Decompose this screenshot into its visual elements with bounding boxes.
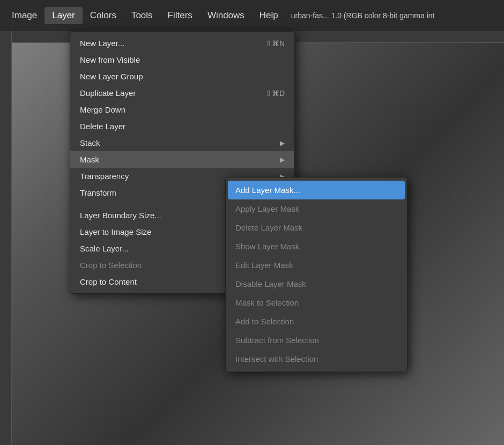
submenu-add-layer-mask[interactable]: Add Layer Mask... xyxy=(228,181,405,199)
menu-tools[interactable]: Tools xyxy=(124,7,160,24)
submenu-show-layer-mask: Show Layer Mask xyxy=(226,237,407,256)
window-title: urban-fas... 1.0 (RGB color 8-bit gamma … xyxy=(291,11,435,20)
menu-filters[interactable]: Filters xyxy=(160,7,200,24)
menu-stack[interactable]: Stack ▶ xyxy=(70,135,294,151)
menu-delete-layer[interactable]: Delete Layer xyxy=(70,118,294,135)
menu-help[interactable]: Help xyxy=(252,7,286,24)
menu-new-from-visible[interactable]: New from Visible xyxy=(70,51,294,68)
menu-new-layer-group[interactable]: New Layer Group xyxy=(70,68,294,85)
mask-submenu: Add Layer Mask... Apply Layer Mask Delet… xyxy=(225,177,407,372)
submenu-mask-to-selection: Mask to Selection xyxy=(226,293,407,312)
submenu-disable-layer-mask: Disable Layer Mask xyxy=(226,275,407,293)
menu-mask[interactable]: Mask ▶ xyxy=(70,151,294,168)
menubar: Image Layer Colors Tools Filters Windows… xyxy=(0,0,504,31)
submenu-edit-layer-mask: Edit Layer Mask xyxy=(226,256,407,275)
submenu-apply-layer-mask: Apply Layer Mask xyxy=(226,199,407,218)
menu-merge-down[interactable]: Merge Down xyxy=(70,101,294,118)
menu-windows[interactable]: Windows xyxy=(200,7,252,24)
submenu-intersect-with-selection: Intersect with Selection xyxy=(226,350,407,368)
stack-arrow-icon: ▶ xyxy=(280,139,285,147)
menu-image[interactable]: Image xyxy=(4,7,45,24)
submenu-subtract-from-selection: Subtract from Selection xyxy=(226,331,407,350)
menu-layer[interactable]: Layer xyxy=(45,7,83,24)
ruler-vertical xyxy=(0,31,12,445)
mask-arrow-icon: ▶ xyxy=(280,156,285,164)
submenu-delete-layer-mask: Delete Layer Mask xyxy=(226,218,407,237)
menu-new-layer[interactable]: New Layer... ⇧⌘N xyxy=(70,35,294,51)
menu-duplicate-layer[interactable]: Duplicate Layer ⇧⌘D xyxy=(70,85,294,101)
menu-colors[interactable]: Colors xyxy=(83,7,124,24)
submenu-add-to-selection: Add to Selection xyxy=(226,312,407,331)
